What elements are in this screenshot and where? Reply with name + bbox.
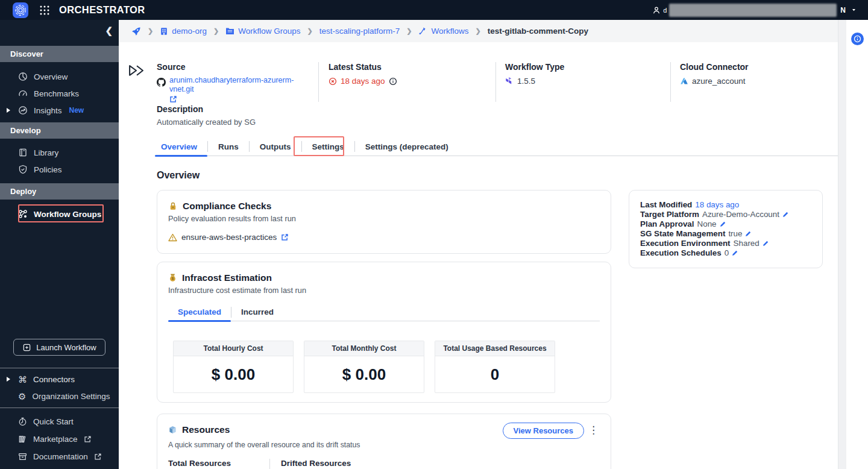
external-link-icon [84,435,92,443]
detail-row-sg-state-management: SG State Managementtrue [640,229,811,239]
breadcrumb-separator: ❯ [476,27,481,35]
github-icon [157,78,166,87]
tab-settings-deprecated[interactable]: Settings (deprecated) [355,137,459,156]
new-badge: New [69,106,84,115]
launch-workflow-button[interactable]: Launch Workflow [13,339,105,356]
book-icon [18,148,28,157]
help-info-button[interactable] [851,33,864,45]
edit-pencil-icon[interactable] [782,211,789,218]
sidebar-item-policies[interactable]: Policies [0,161,119,178]
gear-icon: ⚙ [18,392,26,401]
tab-incurred[interactable]: Incurred [231,303,283,321]
workflow-tabs: Overview Runs Outputs Settings Settings … [155,137,838,156]
view-resources-button[interactable]: View Resources [503,423,584,439]
workflows-icon [418,27,427,36]
breadcrumb-home[interactable] [131,27,141,36]
workflow-details-panel: Last Modified18 days ago Target Platform… [629,190,823,268]
policy-row: ensure-aws-best-practices [168,233,600,242]
sidebar-item-benchmarks[interactable]: Benchmarks [0,85,119,102]
workflow-main: Source arunim.chaudharyterraform-azurerm… [119,42,838,469]
sidebar-item-documentation[interactable]: Documentation [0,448,119,465]
rocket-icon [131,27,141,36]
stat-total-usage-based-resources: Total Usage Based Resources 0 [435,341,555,393]
breadcrumb-workflows[interactable]: Workflows [418,27,468,36]
sidebar-section-deploy: Deploy [0,183,119,200]
archive-box-icon [18,452,27,461]
source-repo-link[interactable]: arunim.chaudharyterraform-azurerm-vnet.g… [169,76,294,93]
breadcrumb-org[interactable]: demo-org [160,27,207,36]
insights-icon [18,105,28,115]
breadcrumb-separator: ❯ [213,27,219,35]
breadcrumb-current: test-gitlab-comment-Copy [488,27,588,36]
resources-columns: Total Resources Drifted Resources [168,459,351,469]
compliance-checks-card: Compliance Checks Policy evaluation resu… [157,190,611,254]
expand-arrow-icon[interactable] [7,377,10,382]
edit-pencil-icon[interactable] [763,240,769,247]
edit-pencil-icon[interactable] [732,250,738,256]
resources-card: Resources View Resources ⋮ A quick summa… [157,414,611,469]
breadcrumb: ❯ demo-org ❯ Workflow Groups ❯ test-scal… [119,20,846,42]
sidebar-item-quick-start[interactable]: Quick Start [0,413,119,430]
workflow-type-block: Workflow Type 1.5.5 [505,62,564,86]
external-link-icon[interactable] [169,95,177,103]
kebab-menu-icon[interactable]: ⋮ [588,424,599,436]
command-icon: ⌘ [18,375,27,384]
drifted-resources-header: Drifted Resources [281,459,351,469]
app-title: ORCHESTRATOR [59,4,145,16]
latest-status-value: 18 days ago [341,77,385,86]
overview-heading: Overview [157,170,200,181]
tab-settings[interactable]: Settings [302,137,354,156]
marketplace-icon [18,435,27,444]
pie-chart-icon [18,72,28,81]
tab-runs[interactable]: Runs [208,137,249,156]
shield-check-icon [18,165,28,174]
stat-total-hourly-cost: Total Hourly Cost $ 0.00 [173,341,294,393]
sidebar-divider [0,408,119,408]
redacted-user-info [669,4,837,17]
warning-triangle-icon [168,233,177,242]
top-bar: ORCHESTRATOR d N [0,0,868,20]
breadcrumb-project[interactable]: test-scaling-platform-7 [319,27,400,36]
sidebar-item-library[interactable]: Library [0,144,119,161]
apps-grid-icon[interactable] [39,5,50,16]
tab-outputs[interactable]: Outputs [250,137,301,156]
description-value: Automatically created by SG [157,118,256,127]
breadcrumb-workflow-groups[interactable]: Workflow Groups [225,27,300,36]
sidebar-item-overview[interactable]: Overview [0,68,119,85]
organization-icon [160,27,168,36]
sidebar-item-workflow-groups[interactable]: Workflow Groups [0,206,119,222]
expand-arrow-icon[interactable] [7,108,10,113]
edit-pencil-icon[interactable] [720,221,726,227]
folder-icon [225,27,234,35]
sidebar-collapse-button[interactable]: ❮ [105,25,113,36]
sidebar: ❮ Discover Overview Benchmarks Insights … [0,20,119,469]
detail-row-last-modified: Last Modified18 days ago [640,200,811,210]
sidebar-section-discover: Discover [0,46,119,62]
edit-pencil-icon[interactable] [745,230,752,237]
sidebar-item-marketplace[interactable]: Marketplace [0,430,119,447]
latest-status-block: Latest Status 18 days ago [329,62,397,86]
sidebar-item-connectors[interactable]: ⌘ Connectors [0,371,119,388]
info-circle-icon[interactable] [389,77,397,86]
external-link-icon[interactable] [281,233,289,241]
user-letter: N [840,6,846,14]
app-logo[interactable] [13,2,28,18]
infracost-title: Infracost Estimation [182,272,272,283]
sidebar-item-organization-settings[interactable]: ⚙ Organization Settings [0,388,119,404]
sidebar-section-develop: Develop [0,122,119,139]
cloud-connector-block: Cloud Connector azure_account [680,62,749,86]
description-label: Description [157,104,256,114]
stat-total-monthly-cost: Total Monthly Cost $ 0.00 [304,341,424,393]
header-divider [495,62,496,102]
caret-down-icon [851,7,857,13]
compliance-subtitle: Policy evaluation results from last run [168,214,600,223]
money-bag-icon: $ [168,273,177,283]
sidebar-item-insights[interactable]: Insights New [0,102,119,119]
user-menu[interactable]: d N [652,4,857,17]
tab-speculated[interactable]: Speculated [168,303,231,321]
error-circle-icon [329,77,337,86]
sidebar-divider [0,368,119,368]
tab-overview[interactable]: Overview [155,137,207,156]
source-block: Source arunim.chaudharyterraform-azurerm… [157,62,312,105]
vertical-scrollbar[interactable] [838,20,846,469]
